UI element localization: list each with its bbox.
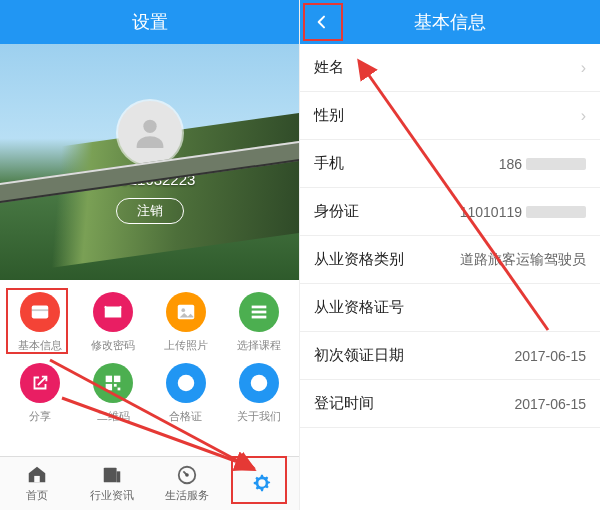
gear-icon bbox=[251, 472, 273, 494]
avatar[interactable] bbox=[118, 101, 182, 165]
detail-row-5: 从业资格证号 bbox=[300, 284, 600, 332]
grid-item-label: 合格证 bbox=[169, 409, 202, 424]
tab-label: 首页 bbox=[26, 488, 48, 503]
row-label: 登记时间 bbox=[314, 394, 374, 413]
grid-item-label: 修改密码 bbox=[91, 338, 135, 353]
row-label: 姓名 bbox=[314, 58, 344, 77]
svg-rect-11 bbox=[114, 384, 117, 387]
svg-rect-6 bbox=[251, 311, 266, 314]
grid-item-label: 二维码 bbox=[97, 409, 130, 424]
svg-rect-12 bbox=[118, 388, 121, 391]
svg-rect-19 bbox=[117, 471, 121, 482]
svg-point-0 bbox=[143, 119, 156, 132]
svg-rect-10 bbox=[106, 384, 112, 390]
grid-item-label: 上传照片 bbox=[164, 338, 208, 353]
svg-rect-16 bbox=[258, 378, 260, 380]
row-label: 性别 bbox=[314, 106, 344, 125]
svg-rect-1 bbox=[32, 306, 49, 319]
row-value: › bbox=[575, 107, 586, 125]
svg-point-4 bbox=[181, 308, 185, 312]
svg-rect-8 bbox=[106, 376, 112, 382]
chevron-right-icon: › bbox=[581, 107, 586, 125]
svg-rect-18 bbox=[104, 468, 117, 483]
tab-0[interactable]: 首页 bbox=[0, 457, 75, 510]
row-value: 2017-06-15 bbox=[514, 348, 586, 364]
tab-2[interactable]: 生活服务 bbox=[150, 457, 225, 510]
image-icon bbox=[166, 292, 206, 332]
detail-row-7: 登记时间2017-06-15 bbox=[300, 380, 600, 428]
check-icon bbox=[166, 363, 206, 403]
row-value: › bbox=[575, 59, 586, 77]
list-icon bbox=[239, 292, 279, 332]
chevron-right-icon: › bbox=[581, 59, 586, 77]
grid-item-label: 关于我们 bbox=[237, 409, 281, 424]
avatar-icon bbox=[130, 113, 170, 153]
back-button[interactable] bbox=[300, 0, 344, 44]
tab-label: 行业资讯 bbox=[90, 488, 134, 503]
row-label: 初次领证日期 bbox=[314, 346, 404, 365]
grid-item-label: 基本信息 bbox=[18, 338, 62, 353]
mail-icon bbox=[93, 292, 133, 332]
row-label: 从业资格证号 bbox=[314, 298, 404, 317]
chevron-left-icon bbox=[314, 14, 330, 30]
svg-rect-7 bbox=[251, 316, 266, 319]
tab-3[interactable] bbox=[224, 457, 299, 510]
tab-label: 生活服务 bbox=[165, 488, 209, 503]
svg-point-21 bbox=[185, 473, 189, 477]
detail-row-6: 初次领证日期2017-06-15 bbox=[300, 332, 600, 380]
profile-phone: 18611632223 bbox=[104, 171, 196, 188]
grid-item-label: 分享 bbox=[29, 409, 51, 424]
home-icon bbox=[26, 464, 48, 486]
news-icon bbox=[101, 464, 123, 486]
dash-icon bbox=[176, 464, 198, 486]
censored-value bbox=[526, 158, 586, 170]
svg-rect-2 bbox=[32, 309, 49, 311]
grid-item-7[interactable]: 关于我们 bbox=[222, 363, 295, 424]
svg-rect-17 bbox=[35, 476, 41, 482]
detail-row-0[interactable]: 姓名› bbox=[300, 44, 600, 92]
censored-value bbox=[526, 206, 586, 218]
settings-header: 设置 bbox=[0, 0, 299, 44]
profile-hero: 18611632223 注销 bbox=[0, 44, 299, 280]
grid-item-3[interactable]: 选择课程 bbox=[222, 292, 295, 353]
grid-item-1[interactable]: 修改密码 bbox=[77, 292, 150, 353]
qr-icon bbox=[93, 363, 133, 403]
card-icon bbox=[20, 292, 60, 332]
grid-item-4[interactable]: 分享 bbox=[4, 363, 77, 424]
svg-rect-9 bbox=[114, 376, 120, 382]
detail-row-2: 手机186 bbox=[300, 140, 600, 188]
grid-item-0[interactable]: 基本信息 bbox=[4, 292, 77, 353]
share-icon bbox=[20, 363, 60, 403]
logout-button[interactable]: 注销 bbox=[116, 198, 184, 224]
grid-item-5[interactable]: 二维码 bbox=[77, 363, 150, 424]
detail-row-4: 从业资格类别道路旅客运输驾驶员 bbox=[300, 236, 600, 284]
settings-title: 设置 bbox=[132, 10, 168, 34]
svg-rect-15 bbox=[258, 381, 260, 387]
row-label: 手机 bbox=[314, 154, 344, 173]
grid-item-6[interactable]: 合格证 bbox=[150, 363, 223, 424]
row-label: 从业资格类别 bbox=[314, 250, 404, 269]
row-value: 道路旅客运输驾驶员 bbox=[460, 251, 586, 269]
detail-row-1[interactable]: 性别› bbox=[300, 92, 600, 140]
row-value: 11010119 bbox=[460, 204, 586, 220]
detail-title: 基本信息 bbox=[414, 10, 486, 34]
svg-rect-5 bbox=[251, 306, 266, 309]
row-value: 186 bbox=[499, 156, 586, 172]
info-icon bbox=[239, 363, 279, 403]
tab-1[interactable]: 行业资讯 bbox=[75, 457, 150, 510]
detail-row-3: 身份证11010119 bbox=[300, 188, 600, 236]
detail-header: 基本信息 bbox=[300, 0, 600, 44]
row-label: 身份证 bbox=[314, 202, 359, 221]
row-value: 2017-06-15 bbox=[514, 396, 586, 412]
grid-item-2[interactable]: 上传照片 bbox=[150, 292, 223, 353]
grid-item-label: 选择课程 bbox=[237, 338, 281, 353]
